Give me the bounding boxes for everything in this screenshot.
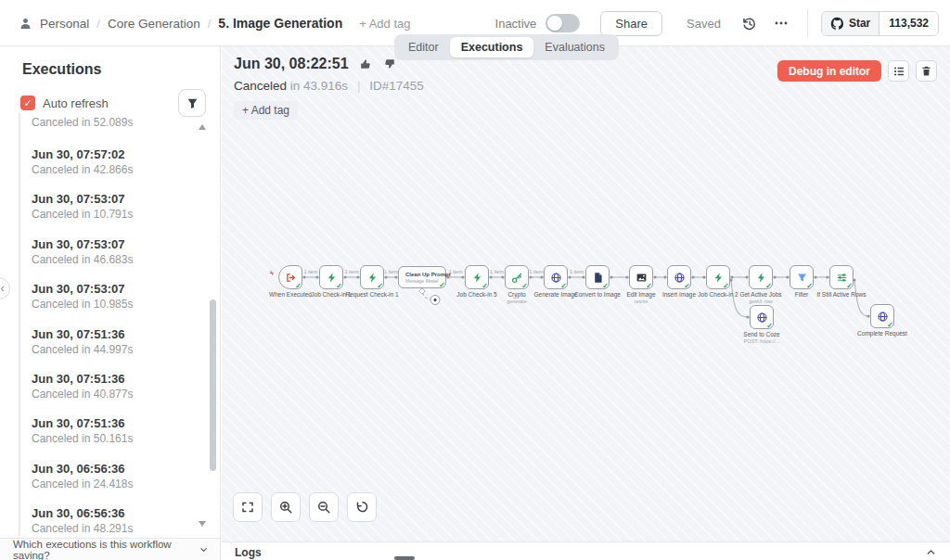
execution-list-item[interactable]: Jun 30, 07:57:02Canceled in 42.866s [32,142,198,186]
chevron-down-icon [199,544,209,555]
workflow-saving-question[interactable]: Which executions is this workflow saving… [0,538,221,560]
workflow-node-if-still-active-rows[interactable]: ✓ [829,265,854,289]
reset-zoom-icon [354,500,369,515]
execution-duration: Canceled in 46.683s [32,253,198,267]
execution-duration: Canceled in 48.291s [32,522,198,536]
workflow-node-generate-image[interactable]: ✓ [544,265,568,289]
execution-header: Jun 30, 08:22:51 Canceled in 43.916s | I… [234,56,424,120]
canvas-controls [233,492,377,522]
zoom-in-icon [278,500,293,515]
execution-duration: Canceled in 40.877s [32,388,198,401]
node-label: When Executed [235,291,346,299]
add-tag-button[interactable]: + Add tag [359,17,410,31]
github-star-button[interactable]: Star [822,12,879,35]
workflow-node-clean-up-prompt[interactable]: Clean Up PromptMessage Model✓ [398,266,446,288]
share-button[interactable]: Share [600,11,662,36]
success-check-icon: ✓ [646,283,652,290]
workflow-node-send-to-coze[interactable]: ✓ [750,305,774,329]
delete-execution-button[interactable] [916,60,937,82]
executions-sidebar: Executions ✓ Auto refresh Canceled in 52… [0,46,221,538]
chevron-left-icon [0,285,6,293]
workflow-node-convert-to-image[interactable]: ✓ [585,265,610,289]
chevron-up-icon[interactable] [925,545,937,560]
execution-list-item[interactable]: Jun 30, 06:56:36Canceled in 24.418s [32,456,198,501]
workflow-node-edit-image[interactable]: ✓ [629,265,653,289]
breadcrumb-workflow-name[interactable]: 5. Image Generation [218,16,342,31]
workflow-node-crypto[interactable]: ✓ [505,265,529,289]
execution-list-item[interactable]: Canceled in 52.089s [32,113,198,142]
active-toggle[interactable] [546,14,580,32]
execution-details-button[interactable] [888,60,909,82]
workflow-node-filter[interactable]: ✓ [790,265,814,289]
executions-list: Canceled in 52.089sJun 30, 07:57:02Cance… [32,113,198,536]
execution-id: ID#17455 [369,79,424,93]
workflow-node-insert-image[interactable]: ✓ [667,265,691,289]
debug-in-editor-button[interactable]: Debug in editor [777,60,881,82]
scroll-down-arrow[interactable] [199,521,206,527]
breadcrumb-project[interactable]: Personal [40,17,89,31]
execution-list-item[interactable]: Jun 30, 07:53:07Canceled in 46.683s [32,232,198,276]
workflow-node-job-check-in-5[interactable]: ✓ [465,265,489,289]
execution-add-tag-button[interactable]: + Add tag [234,101,298,120]
svg-text:1 item: 1 item [384,269,398,274]
tab-editor[interactable]: Editor [397,37,450,57]
thumbs-up-button[interactable] [358,57,373,71]
more-menu-button[interactable] [770,12,792,34]
execution-list-item[interactable]: Jun 30, 07:51:36Canceled in 44.997s [32,322,198,366]
logs-resize-handle[interactable] [394,556,415,560]
fit-view-button[interactable] [233,492,263,522]
auto-refresh-checkbox[interactable]: ✓ [20,95,35,110]
execution-date: Jun 30, 07:53:07 [32,282,198,297]
ellipsis-icon [774,16,789,31]
node-label: If Still Active Rows [786,291,897,299]
trigger-warning-indicator: ϟ [270,270,274,276]
node-label: Request Check-in 1 [316,291,428,299]
node-label: Job Check-in 5 [421,291,533,299]
success-check-icon: ✓ [684,283,690,290]
execution-list-item[interactable]: Jun 30, 07:51:36Canceled in 50.161s [32,411,198,455]
github-star-widget[interactable]: Star 113,532 [821,11,939,36]
workflow-node-request-check-in-1[interactable]: ✓ [360,265,384,289]
workflow-node-get-active-jobs[interactable]: ✓ [749,265,773,289]
svg-text:1 item: 1 item [304,269,318,274]
workflow-edges: 1 item1 item1 item1 item1 item1 item1 it… [222,46,950,541]
svg-text:1 item: 1 item [490,269,504,274]
node-label: Filter [746,291,857,299]
success-check-icon: ✓ [887,322,893,329]
workflow-node-job-check-in-1[interactable]: ✓ [319,265,343,289]
execution-list-item[interactable]: Jun 30, 06:56:36Canceled in 48.291s [32,501,198,536]
workflow-node-job-check-in-2[interactable]: ✓ [706,265,730,289]
breadcrumb-separator: / [96,17,100,31]
execution-list-item[interactable]: Jun 30, 07:51:36Canceled in 40.877s [32,366,198,411]
fit-view-icon [240,500,255,515]
node-label: Edit Imageresize [585,291,697,305]
tab-evaluations[interactable]: Evaluations [533,37,616,57]
workflow-node-when-executed[interactable]: ✓ [278,265,302,289]
star-label: Star [849,17,870,30]
scrollbar-thumb[interactable] [210,299,216,471]
logs-panel-bar[interactable]: Logs [222,541,950,560]
execution-list-item[interactable]: Jun 30, 07:53:07Canceled in 10.791s [32,186,198,231]
history-button[interactable] [738,12,761,35]
success-check-icon: ✓ [481,283,488,290]
workflow-node-complete-request[interactable]: ✓ [870,304,894,328]
node-title: Clean Up Prompt [405,272,451,278]
zoom-in-button[interactable] [271,492,301,522]
logs-label: Logs [235,546,262,559]
question-text: Which executions is this workflow saving… [13,539,199,560]
success-check-icon: ✓ [766,323,773,330]
success-check-icon: ✓ [439,282,445,289]
scroll-up-arrow[interactable] [199,124,206,130]
execution-duration: Canceled in 10.791s [32,208,198,222]
execution-duration: Canceled in 52.089s [32,116,198,130]
execution-date: Jun 30, 07:51:36 [32,416,198,431]
github-star-count: 113,532 [879,12,938,35]
tab-executions[interactable]: Executions [450,37,534,57]
reset-zoom-button[interactable] [347,492,377,522]
thumbs-down-icon [383,57,396,70]
thumbs-down-button[interactable] [382,57,397,71]
zoom-out-button[interactable] [309,492,339,522]
breadcrumb-folder[interactable]: Core Generation [108,17,200,31]
execution-date: Jun 30, 06:56:36 [32,506,198,521]
execution-list-item[interactable]: Jun 30, 07:53:07Canceled in 10.985s [32,276,198,321]
